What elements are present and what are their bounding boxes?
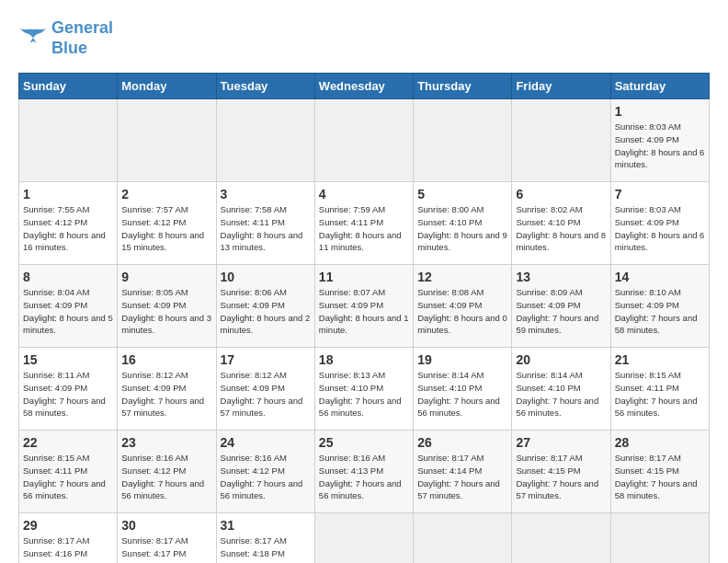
day-number: 13 [516,270,606,284]
calendar-cell: 2 Sunrise: 7:57 AMSunset: 4:12 PMDayligh… [118,182,216,265]
col-header-sunday: Sunday [19,74,118,99]
day-info: Sunrise: 8:13 AMSunset: 4:10 PMDaylight:… [319,370,402,418]
day-number: 11 [319,270,409,284]
day-number: 21 [615,352,705,367]
week-row-2: 1 Sunrise: 7:55 AMSunset: 4:12 PMDayligh… [19,182,710,265]
day-number: 2 [121,187,211,201]
calendar-cell: 6 Sunrise: 8:02 AMSunset: 4:10 PMDayligh… [512,182,610,265]
day-number: 17 [221,352,311,367]
logo-text: General Blue [51,18,113,58]
day-number: 20 [516,352,606,367]
calendar-cell [610,513,709,563]
day-info: Sunrise: 8:07 AMSunset: 4:09 PMDaylight:… [319,287,409,335]
day-number: 7 [615,187,705,201]
day-number: 24 [221,435,311,450]
week-row-5: 22 Sunrise: 8:15 AMSunset: 4:11 PMDaylig… [19,431,710,513]
calendar-cell: 13 Sunrise: 8:09 AMSunset: 4:09 PMDaylig… [512,265,610,348]
week-row-3: 8 Sunrise: 8:04 AMSunset: 4:09 PMDayligh… [19,265,710,348]
day-info: Sunrise: 8:17 AMSunset: 4:16 PMDaylight:… [23,535,106,563]
day-info: Sunrise: 8:17 AMSunset: 4:18 PMDaylight:… [221,535,311,563]
page-header: General Blue [18,18,710,58]
calendar-cell: 19 Sunrise: 8:14 AMSunset: 4:10 PMDaylig… [414,348,512,431]
day-info: Sunrise: 8:17 AMSunset: 4:15 PMDaylight:… [615,453,698,500]
calendar-cell: 14 Sunrise: 8:10 AMSunset: 4:09 PMDaylig… [610,265,709,348]
day-info: Sunrise: 8:02 AMSunset: 4:10 PMDaylight:… [516,204,606,252]
calendar-cell: 8 Sunrise: 8:04 AMSunset: 4:09 PMDayligh… [19,265,118,348]
calendar-cell: 12 Sunrise: 8:08 AMSunset: 4:09 PMDaylig… [414,265,512,348]
calendar-cell: 24 Sunrise: 8:16 AMSunset: 4:12 PMDaylig… [216,431,314,513]
calendar-cell: 4 Sunrise: 7:59 AMSunset: 4:11 PMDayligh… [314,182,413,265]
day-number: 14 [615,270,705,284]
day-info: Sunrise: 8:14 AMSunset: 4:10 PMDaylight:… [417,370,500,418]
day-info: Sunrise: 8:06 AMSunset: 4:09 PMDaylight:… [221,287,311,335]
day-number: 16 [121,352,211,367]
calendar-cell: 21 Sunrise: 8:15 AMSunset: 4:11 PMDaylig… [610,348,709,431]
calendar-cell: 23 Sunrise: 8:16 AMSunset: 4:12 PMDaylig… [118,431,216,513]
day-number: 22 [23,435,113,450]
calendar-cell: 29 Sunrise: 8:17 AMSunset: 4:16 PMDaylig… [19,513,118,563]
day-info: Sunrise: 8:03 AMSunset: 4:09 PMDaylight:… [615,121,705,169]
day-number: 6 [516,187,606,201]
calendar-cell: 16 Sunrise: 8:12 AMSunset: 4:09 PMDaylig… [118,348,216,431]
calendar-cell [216,99,314,182]
day-info: Sunrise: 7:55 AMSunset: 4:12 PMDaylight:… [23,204,106,252]
logo-icon [18,26,48,52]
day-number: 31 [221,518,311,533]
week-row-4: 15 Sunrise: 8:11 AMSunset: 4:09 PMDaylig… [19,348,710,431]
day-number: 15 [23,352,113,367]
day-number: 1 [615,104,705,119]
day-number: 5 [417,187,507,201]
header-row: SundayMondayTuesdayWednesdayThursdayFrid… [19,74,710,99]
day-info: Sunrise: 8:10 AMSunset: 4:09 PMDaylight:… [615,287,698,335]
calendar-cell [314,513,413,563]
col-header-saturday: Saturday [610,74,709,99]
calendar-cell: 10 Sunrise: 8:06 AMSunset: 4:09 PMDaylig… [216,265,314,348]
day-number: 19 [417,352,507,367]
day-info: Sunrise: 8:15 AMSunset: 4:11 PMDaylight:… [615,370,698,418]
day-info: Sunrise: 8:17 AMSunset: 4:15 PMDaylight:… [516,453,598,500]
calendar-cell [414,513,512,563]
day-info: Sunrise: 8:12 AMSunset: 4:09 PMDaylight:… [121,370,204,418]
day-number: 8 [23,270,113,284]
day-number: 29 [23,518,113,533]
day-info: Sunrise: 8:04 AMSunset: 4:09 PMDaylight:… [23,287,113,335]
calendar-cell [414,99,512,182]
day-info: Sunrise: 8:08 AMSunset: 4:09 PMDaylight:… [417,287,507,335]
calendar-cell: 31 Sunrise: 8:17 AMSunset: 4:18 PMDaylig… [216,513,314,563]
calendar-cell: 18 Sunrise: 8:13 AMSunset: 4:10 PMDaylig… [314,348,413,431]
week-row-1: 1 Sunrise: 8:03 AMSunset: 4:09 PMDayligh… [19,99,710,182]
day-info: Sunrise: 8:14 AMSunset: 4:10 PMDaylight:… [516,370,598,418]
calendar-table: SundayMondayTuesdayWednesdayThursdayFrid… [18,73,710,563]
calendar-cell [19,99,118,182]
day-info: Sunrise: 8:11 AMSunset: 4:09 PMDaylight:… [23,370,106,418]
day-info: Sunrise: 8:16 AMSunset: 4:13 PMDaylight:… [319,453,402,500]
day-info: Sunrise: 8:00 AMSunset: 4:10 PMDaylight:… [417,204,507,252]
col-header-thursday: Thursday [414,74,512,99]
calendar-cell: 1 Sunrise: 7:55 AMSunset: 4:12 PMDayligh… [19,182,118,265]
calendar-cell [314,99,413,182]
day-info: Sunrise: 7:58 AMSunset: 4:11 PMDaylight:… [221,204,303,252]
calendar-cell: 17 Sunrise: 8:12 AMSunset: 4:09 PMDaylig… [216,348,314,431]
day-number: 26 [417,435,507,450]
calendar-cell: 27 Sunrise: 8:17 AMSunset: 4:15 PMDaylig… [512,431,610,513]
calendar-cell: 7 Sunrise: 8:03 AMSunset: 4:09 PMDayligh… [610,182,709,265]
day-info: Sunrise: 8:16 AMSunset: 4:12 PMDaylight:… [221,453,303,500]
calendar-cell [118,99,216,182]
calendar-cell: 3 Sunrise: 7:58 AMSunset: 4:11 PMDayligh… [216,182,314,265]
calendar-cell: 1 Sunrise: 8:03 AMSunset: 4:09 PMDayligh… [610,99,709,182]
day-number: 28 [615,435,705,450]
day-number: 25 [319,435,409,450]
day-info: Sunrise: 7:59 AMSunset: 4:11 PMDaylight:… [319,204,402,252]
day-number: 23 [121,435,211,450]
calendar-cell: 9 Sunrise: 8:05 AMSunset: 4:09 PMDayligh… [118,265,216,348]
week-row-6: 29 Sunrise: 8:17 AMSunset: 4:16 PMDaylig… [19,513,710,563]
day-number: 3 [221,187,311,201]
day-number: 1 [23,187,113,201]
day-number: 10 [221,270,311,284]
col-header-wednesday: Wednesday [314,74,413,99]
day-info: Sunrise: 8:16 AMSunset: 4:12 PMDaylight:… [121,453,204,500]
calendar-cell: 22 Sunrise: 8:15 AMSunset: 4:11 PMDaylig… [19,431,118,513]
day-info: Sunrise: 8:17 AMSunset: 4:14 PMDaylight:… [417,453,500,500]
day-info: Sunrise: 8:15 AMSunset: 4:11 PMDaylight:… [23,453,106,500]
col-header-friday: Friday [512,74,610,99]
